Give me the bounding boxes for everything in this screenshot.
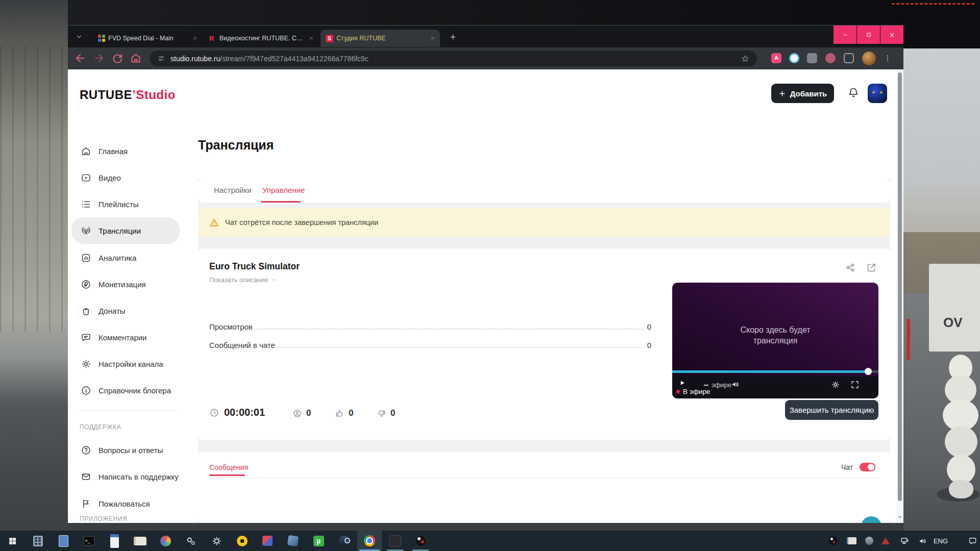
mail-icon	[81, 471, 91, 482]
extension-rose-icon[interactable]	[825, 53, 836, 63]
tab-rutube-studio[interactable]: S Студия RUTUBE	[321, 30, 440, 47]
notifications-button[interactable]	[847, 86, 860, 99]
fullscreen-icon[interactable]	[850, 380, 860, 389]
close-button[interactable]	[880, 26, 903, 44]
extension-gray-icon[interactable]	[807, 53, 817, 63]
extension-adguard-icon[interactable]: A	[771, 53, 781, 63]
back-button[interactable]	[74, 52, 86, 64]
chat-toggle-knob	[868, 464, 874, 470]
share-button[interactable]	[845, 262, 856, 273]
taskbar-icon-services[interactable]	[179, 531, 203, 551]
player-settings-icon[interactable]	[831, 380, 840, 389]
taskbar-icon-paint[interactable]	[153, 531, 178, 551]
sidebar-item-blogger-guide[interactable]: Справочник блогера	[71, 377, 180, 404]
show-description-toggle[interactable]: Показать описание	[209, 276, 277, 284]
video-player[interactable]: Скоро здесь будет трансляция эфире	[672, 283, 878, 398]
scroll-down-arrow-icon[interactable]	[897, 514, 902, 519]
taskbar-icon-game[interactable]	[383, 531, 407, 551]
home-button[interactable]	[130, 52, 142, 64]
maximize-button[interactable]	[857, 26, 880, 44]
close-icon	[889, 32, 895, 38]
tab-rutube-video[interactable]: R Видеохостинг RUTUBE. Смотр	[204, 30, 318, 47]
taskbar-icon-steam[interactable]	[332, 531, 356, 551]
sidebar-item-comments[interactable]: Комментарии	[71, 324, 180, 350]
tab-settings[interactable]: Настройки	[214, 186, 252, 194]
taskbar-icon-obs[interactable]	[408, 531, 433, 551]
taskbar: >_ µ	[0, 531, 980, 551]
tab-control[interactable]: Управление	[262, 186, 305, 194]
warning-icon	[209, 217, 219, 228]
taskbar-icon-utorrent[interactable]: µ	[306, 531, 331, 551]
add-button[interactable]: Добавить	[771, 84, 834, 103]
taskbar-icon-calculator[interactable]	[26, 531, 50, 551]
taskbar-icon-settings[interactable]	[204, 531, 229, 551]
sidebar-item-video[interactable]: Видео	[71, 164, 180, 191]
stream-title: Euro Truck Simulator	[209, 261, 300, 272]
browser-profile-avatar[interactable]	[862, 52, 876, 65]
tune-icon[interactable]	[157, 54, 165, 63]
taskbar-icon-paint3d[interactable]	[255, 531, 280, 551]
tab-close-icon[interactable]	[192, 35, 198, 41]
taskbar-icon-files[interactable]	[128, 531, 152, 551]
photos-tray-icon[interactable]	[842, 531, 861, 551]
taskbar-icon-antivirus[interactable]	[230, 531, 254, 551]
open-external-button[interactable]	[866, 262, 877, 273]
support-section-header: ПОДДЕРЖКА	[80, 423, 121, 431]
taskbar-icon-terminal[interactable]: >_	[77, 531, 101, 551]
sidebar-item-donations[interactable]: Донаты	[71, 297, 180, 324]
tab-fvd-speed-dial[interactable]: FVD Speed Dial - Main	[93, 30, 202, 47]
start-button[interactable]	[0, 531, 24, 551]
sidebar-item-faq[interactable]: Вопросы и ответы	[71, 437, 180, 463]
extensions-puzzle-icon[interactable]	[844, 53, 854, 63]
sidebar-item-playlists[interactable]: Плейлисты	[71, 191, 180, 217]
bookmark-star-icon[interactable]	[741, 54, 750, 63]
tab-search-button[interactable]	[73, 31, 85, 43]
play-icon[interactable]	[679, 380, 685, 386]
sidebar-item-broadcasts[interactable]: Трансляции	[71, 217, 180, 244]
browser-menu-button[interactable]	[881, 52, 894, 64]
likes-stat[interactable]: 0	[335, 408, 353, 418]
chat-tab-messages[interactable]: Сообщения	[209, 463, 248, 471]
steam-tray-icon[interactable]	[861, 531, 878, 551]
dislikes-stat[interactable]: 0	[377, 408, 395, 418]
user-avatar[interactable]	[868, 84, 887, 103]
player-progress-bar[interactable]	[672, 370, 878, 373]
tab-close-icon[interactable]	[430, 35, 436, 41]
sidebar-item-report[interactable]: Пожаловаться	[71, 490, 180, 517]
alert-tray-icon[interactable]	[877, 531, 894, 551]
taskbar-icon-editor[interactable]	[102, 531, 127, 551]
taskbar-icon-notepad[interactable]	[51, 531, 76, 551]
tab-close-icon[interactable]	[308, 35, 314, 41]
new-tab-button[interactable]	[447, 31, 459, 43]
network-tray-icon[interactable]	[895, 531, 914, 551]
sidebar-item-channel-settings[interactable]: Настройки канала	[71, 350, 180, 377]
ruble-icon	[81, 279, 91, 290]
sidebar-item-monetization[interactable]: Монетизация	[71, 271, 180, 297]
end-stream-button[interactable]: Завершить трансляцию	[785, 400, 878, 420]
scene-red-pole	[906, 319, 910, 360]
site-logo[interactable]: RUTUBE’Studio	[80, 88, 176, 102]
scrollbar-thumb[interactable]	[898, 72, 902, 501]
extension-circle-icon[interactable]	[789, 53, 799, 63]
language-indicator[interactable]: ENG	[931, 531, 950, 551]
clock-icon	[209, 408, 219, 418]
sidebar-item-analytics[interactable]: Аналитика	[71, 244, 180, 271]
chat-toggle[interactable]	[860, 463, 875, 471]
taskbar-icon-tools[interactable]	[281, 531, 305, 551]
reload-button[interactable]	[111, 52, 124, 64]
action-center-button[interactable]	[959, 531, 980, 551]
flag-icon	[81, 498, 91, 509]
sidebar-item-home[interactable]: Главная	[71, 138, 180, 164]
volume-tray-icon[interactable]	[914, 531, 932, 551]
sidebar-item-contact-support[interactable]: Написать в поддержку	[71, 463, 180, 490]
address-bar[interactable]: studio.rutube.ru/stream/7f947ed527a4413a…	[150, 51, 757, 66]
minimize-button[interactable]	[834, 26, 856, 44]
comment-icon	[81, 332, 91, 343]
gear-icon	[81, 359, 91, 369]
taskbar-icon-chrome[interactable]	[357, 531, 382, 551]
volume-icon[interactable]	[731, 380, 741, 389]
player-progress-knob[interactable]	[865, 368, 872, 375]
obs-tray-icon[interactable]	[824, 531, 842, 551]
page-scrollbar[interactable]	[896, 69, 903, 523]
forward-button[interactable]	[93, 52, 105, 64]
